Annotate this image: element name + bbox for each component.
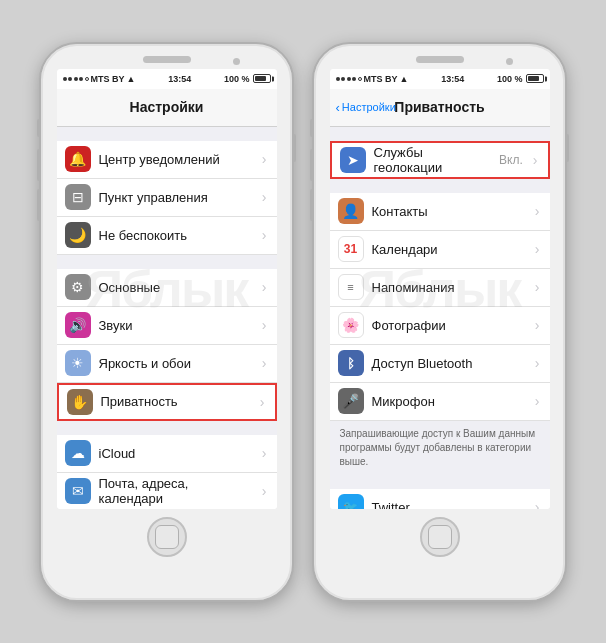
battery-label-1: 100 % [224, 74, 250, 84]
list-item-twitter[interactable]: 🐦 Twitter › [330, 489, 550, 509]
list-item-reminders[interactable]: ≡ Напоминания › [330, 269, 550, 307]
gap-geo [330, 127, 550, 141]
brightness-label: Яркость и обои [99, 356, 252, 371]
dot2 [68, 77, 72, 81]
control-icon: ⊟ [65, 184, 91, 210]
calendar-label: Календари [372, 242, 525, 257]
nav-back-label-2: Настройки [342, 101, 396, 113]
twitter-icon: 🐦 [338, 494, 364, 509]
back-arrow-2: ‹ [336, 100, 340, 115]
nav-bar-1: Настройки [57, 89, 277, 127]
mail-icon: ✉ [65, 478, 91, 504]
general-label: Основные [99, 280, 252, 295]
chevron-brightness: › [262, 355, 267, 371]
geoloc-label: Службы геолокации [374, 145, 492, 175]
chevron-contacts: › [535, 203, 540, 219]
chevron-microphone: › [535, 393, 540, 409]
time-2: 13:54 [441, 74, 464, 84]
list-item-bluetooth[interactable]: ᛒ Доступ Bluetooth › [330, 345, 550, 383]
home-button-inner-1 [155, 525, 179, 549]
home-button-1[interactable] [147, 517, 187, 557]
section-social: 🐦 Twitter › f Facebook › [330, 489, 550, 509]
wifi-icon-1: ▲ [127, 74, 136, 84]
power-button[interactable] [292, 134, 296, 162]
reminders-label: Напоминания [372, 280, 525, 295]
list-item-brightness[interactable]: ☀ Яркость и обои › [57, 345, 277, 383]
privacy-icon: ✋ [67, 389, 93, 415]
status-bar-2: MTS BY ▲ 13:54 100 % [330, 69, 550, 89]
list-item-general[interactable]: ⚙ Основные › [57, 269, 277, 307]
dot4-2 [352, 77, 356, 81]
dot5 [85, 77, 89, 81]
battery-icon-2 [526, 74, 544, 83]
gap-social [330, 475, 550, 489]
calendar-icon: 31 [338, 236, 364, 262]
dot4 [79, 77, 83, 81]
list-item-notifications[interactable]: 🔔 Центр уведомлений › [57, 141, 277, 179]
section-privacy-items: 👤 Контакты › 31 Календари › ≡ Напоминани… [330, 193, 550, 421]
status-bar-1: MTS BY ▲ 13:54 100 % [57, 69, 277, 89]
control-label: Пункт управления [99, 190, 252, 205]
phone-top-2 [314, 44, 565, 63]
list-item-photos[interactable]: 🌸 Фотографии › [330, 307, 550, 345]
section-geo: ➤ Службы геолокации Вкл. › [330, 141, 550, 179]
mail-label: Почта, адреса, календари [99, 476, 252, 506]
list-item-control[interactable]: ⊟ Пункт управления › [57, 179, 277, 217]
vol-up-button[interactable] [37, 149, 41, 181]
screen-content-2: ➤ Службы геолокации Вкл. › 👤 Контакты › [330, 127, 550, 509]
list-item-icloud[interactable]: ☁ iCloud › [57, 435, 277, 473]
brightness-icon: ☀ [65, 350, 91, 376]
battery-fill-2 [528, 76, 539, 81]
list-item-sounds[interactable]: 🔊 Звуки › [57, 307, 277, 345]
phones-container: MTS BY ▲ 13:54 100 % Настройки 🔔 [39, 42, 567, 602]
vol-up-button-2[interactable] [310, 149, 314, 181]
notifications-label: Центр уведомлений [99, 152, 252, 167]
nav-title-2: Приватность [394, 99, 484, 115]
list-item-contacts[interactable]: 👤 Контакты › [330, 193, 550, 231]
chevron-twitter: › [535, 499, 540, 509]
front-camera [233, 58, 240, 65]
list-item-geoloc[interactable]: ➤ Службы геолокации Вкл. › [330, 141, 550, 179]
dot2-2 [341, 77, 345, 81]
sounds-icon: 🔊 [65, 312, 91, 338]
dot3-2 [347, 77, 351, 81]
microphone-icon: 🎤 [338, 388, 364, 414]
carrier-2: MTS BY [364, 74, 398, 84]
mute-button-2[interactable] [310, 119, 314, 137]
bluetooth-label: Доступ Bluetooth [372, 356, 525, 371]
signal-dots [63, 77, 89, 81]
vol-down-button-2[interactable] [310, 189, 314, 221]
sounds-label: Звуки [99, 318, 252, 333]
chevron-sounds: › [262, 317, 267, 333]
chevron-general: › [262, 279, 267, 295]
section-1: 🔔 Центр уведомлений › ⊟ Пункт управления… [57, 141, 277, 255]
battery-fill-1 [255, 76, 266, 81]
chevron-icloud: › [262, 445, 267, 461]
home-button-2[interactable] [420, 517, 460, 557]
status-right-1: 100 % [224, 74, 271, 84]
status-left-1: MTS BY ▲ [63, 74, 136, 84]
chevron-calendar: › [535, 241, 540, 257]
chevron-privacy: › [260, 394, 265, 410]
power-button-2[interactable] [565, 134, 569, 162]
vol-down-button[interactable] [37, 189, 41, 221]
privacy-description: Запрашивающие доступ к Вашим данным прог… [330, 421, 550, 475]
geoloc-value: Вкл. [499, 153, 523, 167]
list-item-mail[interactable]: ✉ Почта, адреса, календари › [57, 473, 277, 509]
list-item-microphone[interactable]: 🎤 Микрофон › [330, 383, 550, 421]
donotdisturb-label: Не беспокоить [99, 228, 252, 243]
list-item-calendar[interactable]: 31 Календари › [330, 231, 550, 269]
nav-back-2[interactable]: ‹ Настройки [336, 100, 396, 115]
wifi-icon-2: ▲ [400, 74, 409, 84]
signal-dots-2 [336, 77, 362, 81]
chevron-control: › [262, 189, 267, 205]
list-item-donotdisturb[interactable]: 🌙 Не беспокоить › [57, 217, 277, 255]
mute-button[interactable] [37, 119, 41, 137]
battery-label-2: 100 % [497, 74, 523, 84]
chevron-mail: › [262, 483, 267, 499]
list-item-privacy[interactable]: ✋ Приватность › [57, 383, 277, 421]
dot3 [74, 77, 78, 81]
twitter-label: Twitter [372, 500, 525, 509]
screen-1: MTS BY ▲ 13:54 100 % Настройки 🔔 [57, 69, 277, 509]
notifications-icon: 🔔 [65, 146, 91, 172]
